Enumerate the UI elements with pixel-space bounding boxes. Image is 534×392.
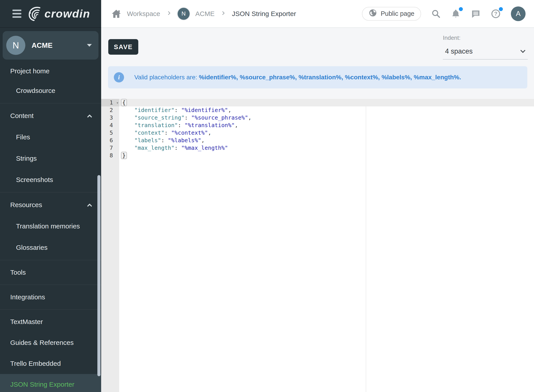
code-line[interactable]: "identifier": "%identifier%",: [119, 107, 534, 114]
info-banner: i Valid placeholders are: %identifier%, …: [108, 66, 527, 89]
chevron-right-icon: [220, 10, 226, 18]
sidebar: N ACME Project homeCrowdsourceContentFil…: [0, 28, 101, 392]
sidebar-item-trello-embedded[interactable]: Trello Embedded: [0, 353, 101, 374]
help-icon[interactable]: ?: [491, 9, 501, 19]
code-token-plain: ,: [248, 114, 251, 121]
editor-code-area[interactable]: { "identifier": "%identifier%", "source_…: [119, 99, 534, 392]
sidebar-item-json-string-exporter[interactable]: JSON String Exporter: [0, 374, 101, 392]
code-line[interactable]: {: [119, 99, 534, 107]
code-editor[interactable]: 1▾2345678 { "identifier": "%identifier%"…: [101, 99, 534, 392]
code-token-value: "%identifier%": [181, 107, 228, 113]
breadcrumb-workspace[interactable]: Workspace: [127, 10, 160, 18]
sidebar-nav: Project homeCrowdsourceContentFilesStrin…: [0, 61, 101, 392]
project-badge[interactable]: N: [178, 8, 190, 20]
code-line[interactable]: "source_string": "%source_phrase%",: [119, 114, 534, 121]
messages-icon[interactable]: [471, 9, 481, 19]
save-button[interactable]: SAVE: [108, 39, 138, 55]
code-token-key: "context": [134, 130, 164, 136]
project-selector[interactable]: N ACME: [3, 31, 98, 60]
indent-select-value: 4 spaces: [445, 47, 473, 55]
user-avatar[interactable]: A: [511, 6, 525, 21]
sidebar-section: Tools: [0, 260, 101, 285]
editor-gutter: 1▾2345678: [101, 99, 119, 392]
gutter-line-number[interactable]: 8: [101, 152, 119, 159]
code-token-plain: [121, 114, 134, 121]
code-line[interactable]: }: [119, 152, 534, 159]
sidebar-item-project-home[interactable]: Project home: [0, 62, 101, 80]
placeholder-token: %labels%,: [381, 74, 414, 81]
code-token-plain: :: [174, 145, 181, 151]
sidebar-item-label: Glossaries: [16, 244, 47, 251]
gutter-line-number[interactable]: 1▾: [101, 99, 119, 107]
home-icon[interactable]: [111, 9, 121, 18]
help-notification-dot: [499, 7, 503, 11]
code-token-plain: :: [174, 107, 181, 113]
chevron-down-icon: [520, 48, 525, 53]
code-token-brace: }: [121, 152, 127, 159]
sidebar-item-textmaster[interactable]: TextMaster: [0, 311, 101, 332]
search-icon[interactable]: [431, 9, 441, 19]
sidebar-item-tools[interactable]: Tools: [0, 262, 101, 283]
crowdin-bird-icon: [27, 5, 43, 22]
sidebar-item-translation-memories[interactable]: Translation memories: [0, 215, 101, 237]
gutter-line-number[interactable]: 6: [101, 137, 119, 144]
sidebar-item-label: Integrations: [10, 293, 45, 301]
placeholder-token: %translation%,: [299, 74, 345, 81]
sidebar-item-label: Strings: [16, 155, 37, 162]
sidebar-item-screenshots[interactable]: Screenshots: [0, 169, 101, 191]
placeholder-token: %identifier%,: [199, 74, 240, 81]
code-token-plain: :: [178, 122, 184, 128]
code-line[interactable]: "context": "%context%",: [119, 129, 534, 137]
sidebar-item-label: Tools: [10, 269, 26, 276]
code-token-value: "%context%": [171, 130, 208, 136]
sidebar-item-label: TextMaster: [10, 318, 43, 326]
topbar-left: crowdin: [0, 0, 101, 28]
public-page-button[interactable]: Public page: [362, 7, 421, 21]
sidebar-scrollbar[interactable]: [97, 175, 100, 376]
indent-select[interactable]: 4 spaces: [443, 44, 528, 60]
gutter-line-number[interactable]: 3: [101, 114, 119, 121]
sidebar-item-label: Files: [16, 133, 30, 141]
code-token-plain: :: [184, 114, 191, 121]
sidebar-group-resources[interactable]: Resources: [0, 194, 101, 215]
gutter-line-number[interactable]: 4: [101, 121, 119, 129]
code-line[interactable]: "labels": "%labels%",: [119, 137, 534, 144]
placeholder-token: %max_length%.: [414, 74, 461, 81]
sidebar-item-crowdsource[interactable]: Crowdsource: [0, 80, 101, 101]
gutter-line-number[interactable]: 2: [101, 107, 119, 114]
sidebar-item-glossaries[interactable]: Glossaries: [0, 237, 101, 258]
sidebar-item-integrations[interactable]: Integrations: [0, 287, 101, 308]
sidebar-section: ContentFilesStringsScreenshots: [0, 103, 101, 192]
crowdin-logo[interactable]: crowdin: [27, 5, 90, 22]
sidebar-item-files[interactable]: Files: [0, 126, 101, 148]
breadcrumb-project[interactable]: ACME: [195, 10, 215, 18]
sidebar-item-guides-references[interactable]: Guides & References: [0, 332, 101, 353]
placeholder-token: %source_phrase%,: [240, 74, 299, 81]
code-token-value: "%max_length%": [181, 145, 228, 151]
caret-down-icon: [87, 44, 92, 47]
code-token-plain: :: [161, 137, 168, 144]
code-line[interactable]: "translation": "%translation%",: [119, 121, 534, 129]
sidebar-item-label: Guides & References: [10, 339, 74, 346]
code-token-plain: ,: [228, 107, 231, 113]
code-token-plain: [121, 130, 134, 136]
code-token-plain: [121, 145, 134, 151]
notifications-bell-icon[interactable]: [451, 9, 461, 19]
hamburger-menu-icon[interactable]: [12, 9, 21, 18]
indent-control: Indent: 4 spaces: [443, 34, 528, 60]
banner-prefix: Valid placeholders are:: [134, 74, 199, 81]
code-token-key: "translation": [134, 122, 178, 128]
sidebar-item-strings[interactable]: Strings: [0, 148, 101, 169]
sidebar-item-label: Crowdsource: [16, 87, 55, 94]
code-line[interactable]: "max_length": "%max_length%": [119, 144, 534, 152]
code-token-key: "identifier": [134, 107, 174, 113]
crowdin-wordmark: crowdin: [44, 7, 90, 20]
sidebar-section: Project homeCrowdsource: [0, 61, 101, 103]
sidebar-group-content[interactable]: Content: [0, 105, 101, 126]
code-token-plain: ,: [208, 130, 211, 136]
gutter-line-number[interactable]: 5: [101, 129, 119, 137]
chevron-right-icon: [166, 10, 172, 18]
code-token-value: "%source_phrase%": [191, 114, 248, 121]
fold-toggle-icon[interactable]: ▾: [117, 99, 118, 107]
gutter-line-number[interactable]: 7: [101, 144, 119, 152]
